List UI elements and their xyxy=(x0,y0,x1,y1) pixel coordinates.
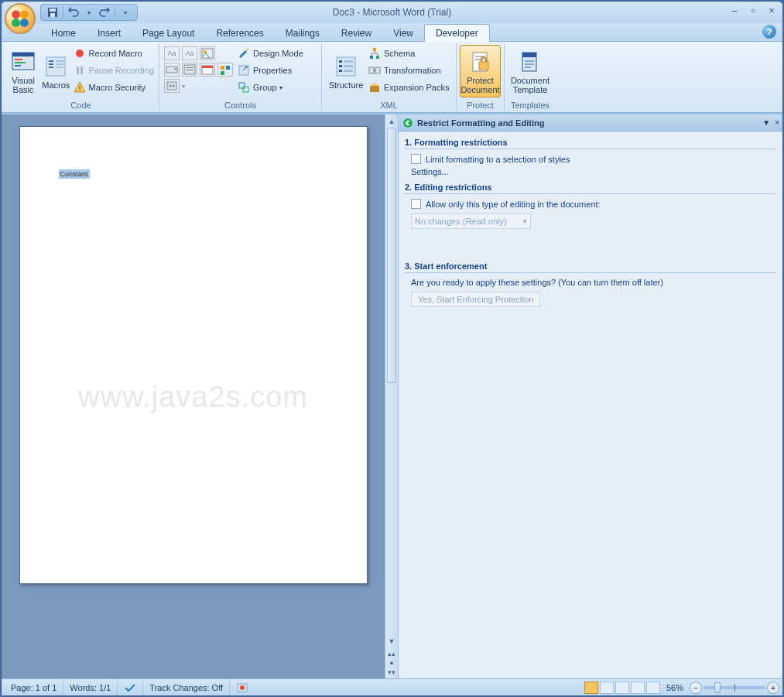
svg-rect-48 xyxy=(370,56,373,59)
svg-rect-21 xyxy=(80,67,83,74)
taskpane-menu-icon[interactable]: ▼ xyxy=(762,118,770,127)
svg-rect-44 xyxy=(344,65,353,67)
date-control-icon[interactable] xyxy=(200,63,215,77)
browse-object-icon[interactable]: ● xyxy=(389,658,393,668)
undo-dropdown[interactable]: ▾ xyxy=(82,5,96,19)
quick-access-toolbar: ▾ ▾ xyxy=(40,4,138,21)
svg-rect-60 xyxy=(525,63,534,65)
page[interactable]: Constant xyxy=(19,126,368,584)
macro-security-button[interactable]: !Macro Security xyxy=(72,79,156,96)
restore-button[interactable]: ▫ xyxy=(747,5,759,16)
document-template-button[interactable]: Document Template xyxy=(508,45,553,97)
text-control-icon[interactable]: Aa xyxy=(182,46,197,60)
scroll-up-icon[interactable]: ▲ xyxy=(385,114,398,128)
dropdown-control-icon[interactable] xyxy=(182,63,197,77)
properties-icon xyxy=(238,64,250,77)
vertical-scrollbar[interactable]: ▲ ▼ ▴▴ ● ▾▾ xyxy=(385,114,398,678)
taskpane-close-icon[interactable]: × xyxy=(775,118,779,127)
outline-view-button[interactable] xyxy=(631,682,645,694)
allow-editing-checkbox[interactable] xyxy=(411,199,421,209)
start-enforcing-button: Yes, Start Enforcing Protection xyxy=(411,292,540,307)
svg-rect-45 xyxy=(339,70,342,72)
status-bar: Page: 1 of 1 Words: 1/1 Track Changes: O… xyxy=(2,678,782,695)
tab-review[interactable]: Review xyxy=(330,25,382,41)
combo-control-icon[interactable] xyxy=(164,63,180,77)
office-button[interactable] xyxy=(5,3,36,34)
tab-mailings[interactable]: Mailings xyxy=(275,25,330,41)
svg-rect-16 xyxy=(56,60,63,62)
tab-references[interactable]: References xyxy=(205,25,274,41)
zoom-slider[interactable] xyxy=(704,686,765,689)
prev-page-icon[interactable]: ▴▴ xyxy=(388,649,395,658)
full-screen-view-button[interactable] xyxy=(600,682,614,694)
redo-icon xyxy=(99,7,110,18)
group-button[interactable]: Group▾ xyxy=(236,79,305,96)
web-layout-view-button[interactable] xyxy=(615,682,629,694)
taskpane-title: Restrict Formatting and Editing xyxy=(417,118,758,128)
legacy-tools-icon[interactable] xyxy=(164,79,180,93)
design-mode-button[interactable]: Design Mode xyxy=(236,45,305,62)
tab-home[interactable]: Home xyxy=(40,25,87,41)
selected-text[interactable]: Constant xyxy=(59,169,90,179)
picture-control-icon[interactable] xyxy=(200,46,215,60)
next-page-icon[interactable]: ▾▾ xyxy=(388,668,395,677)
taskpane-nav-icon[interactable] xyxy=(402,117,414,129)
expansion-packs-button[interactable]: Expansion Packs xyxy=(367,79,450,96)
undo-button[interactable] xyxy=(67,5,80,19)
redo-button[interactable] xyxy=(98,5,111,19)
minimize-button[interactable]: – xyxy=(728,5,741,16)
tab-insert[interactable]: Insert xyxy=(87,25,132,41)
status-words[interactable]: Words: 1/1 xyxy=(63,679,118,695)
status-macro[interactable] xyxy=(230,679,255,695)
record-macro-button[interactable]: Record Macro xyxy=(72,45,156,62)
print-layout-view-button[interactable] xyxy=(584,682,598,694)
scroll-down-icon[interactable]: ▼ xyxy=(385,634,398,647)
help-button[interactable]: ? xyxy=(762,25,776,39)
svg-point-19 xyxy=(76,50,84,57)
zoom-level[interactable]: 56% xyxy=(666,683,683,692)
structure-icon xyxy=(334,54,358,79)
svg-rect-30 xyxy=(202,66,213,68)
properties-button[interactable]: Properties xyxy=(236,62,305,79)
svg-rect-55 xyxy=(475,59,484,60)
qat-customize[interactable]: ▾ xyxy=(118,5,132,19)
schema-button[interactable]: Schema xyxy=(367,45,450,62)
svg-point-36 xyxy=(173,85,175,87)
scroll-thumb[interactable] xyxy=(387,128,396,383)
close-button[interactable]: × xyxy=(765,5,778,16)
tab-page-layout[interactable]: Page Layout xyxy=(132,25,205,41)
transformation-button[interactable]: Transformation xyxy=(367,62,450,79)
status-page[interactable]: Page: 1 of 1 xyxy=(5,679,63,695)
tab-developer[interactable]: Developer xyxy=(424,24,490,42)
formatting-settings-link[interactable]: Settings... xyxy=(411,167,776,176)
richtext-control-icon[interactable]: Aa xyxy=(164,46,180,60)
svg-rect-33 xyxy=(221,71,224,75)
svg-rect-17 xyxy=(56,63,63,65)
svg-point-3 xyxy=(20,19,29,27)
tab-view[interactable]: View xyxy=(382,25,424,41)
status-proof[interactable] xyxy=(118,679,143,695)
svg-point-64 xyxy=(240,685,245,690)
task-pane: Restrict Formatting and Editing ▼ × 1. F… xyxy=(398,114,782,678)
protect-document-button[interactable]: Protect Document xyxy=(460,45,501,97)
group-code-label: Code xyxy=(6,99,156,111)
document-canvas[interactable]: Constant www.java2s.com xyxy=(2,114,385,678)
zoom-in-button[interactable]: + xyxy=(767,682,779,694)
limit-formatting-checkbox[interactable] xyxy=(411,154,421,164)
draft-view-button[interactable] xyxy=(646,682,660,694)
limit-formatting-label: Limit formatting to a selection of style… xyxy=(426,155,570,164)
svg-rect-47 xyxy=(373,48,376,51)
building-block-control-icon[interactable] xyxy=(217,63,233,77)
svg-rect-9 xyxy=(15,59,22,60)
svg-rect-18 xyxy=(56,67,63,68)
svg-rect-14 xyxy=(49,63,53,65)
template-icon xyxy=(518,50,543,74)
visual-basic-button[interactable]: Visual Basic xyxy=(6,45,40,97)
zoom-out-button[interactable]: − xyxy=(690,682,702,694)
svg-point-0 xyxy=(12,10,20,19)
macros-button[interactable]: Macros xyxy=(40,45,72,97)
structure-button[interactable]: Structure xyxy=(325,45,367,97)
svg-point-24 xyxy=(204,50,207,53)
status-track-changes[interactable]: Track Changes: Off xyxy=(143,679,230,695)
save-button[interactable] xyxy=(46,5,60,19)
